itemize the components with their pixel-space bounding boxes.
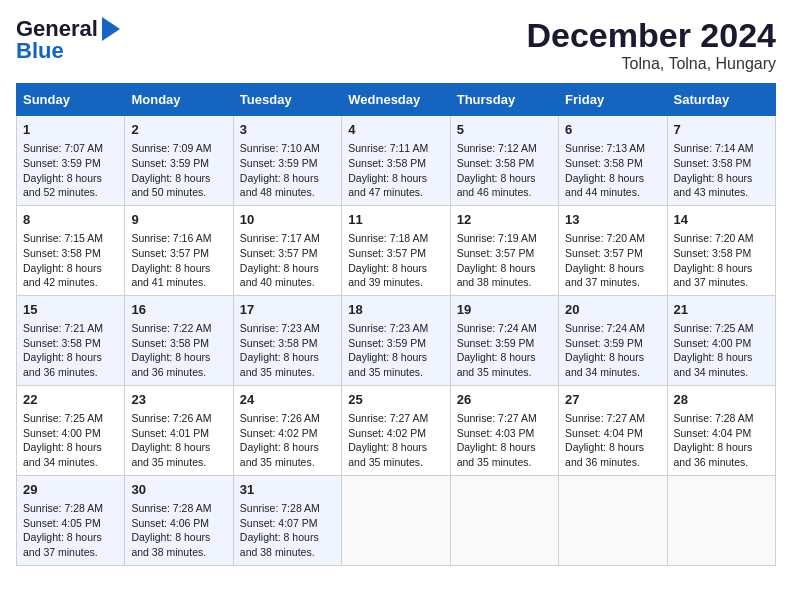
- day-info-line: Daylight: 8 hours: [131, 350, 226, 365]
- day-info-line: Daylight: 8 hours: [348, 261, 443, 276]
- day-info-line: Daylight: 8 hours: [674, 350, 769, 365]
- day-info-line: and 36 minutes.: [565, 455, 660, 470]
- calendar-cell: 12Sunrise: 7:19 AMSunset: 3:57 PMDayligh…: [450, 205, 558, 295]
- day-info-line: Daylight: 8 hours: [23, 171, 118, 186]
- day-info-line: Daylight: 8 hours: [131, 440, 226, 455]
- calendar-cell: [450, 475, 558, 565]
- title-section: December 2024 Tolna, Tolna, Hungary: [526, 16, 776, 73]
- day-info-line: Sunset: 3:58 PM: [457, 156, 552, 171]
- day-info-line: Daylight: 8 hours: [240, 440, 335, 455]
- day-info-line: and 42 minutes.: [23, 275, 118, 290]
- day-info-line: Daylight: 8 hours: [348, 350, 443, 365]
- day-info-line: Sunrise: 7:09 AM: [131, 141, 226, 156]
- day-info-line: and 36 minutes.: [23, 365, 118, 380]
- day-info-line: and 35 minutes.: [457, 455, 552, 470]
- day-info-line: Sunrise: 7:20 AM: [565, 231, 660, 246]
- day-info-line: Sunset: 3:57 PM: [348, 246, 443, 261]
- day-number: 1: [23, 121, 118, 139]
- day-info-line: Sunrise: 7:26 AM: [240, 411, 335, 426]
- day-number: 23: [131, 391, 226, 409]
- calendar-cell: 26Sunrise: 7:27 AMSunset: 4:03 PMDayligh…: [450, 385, 558, 475]
- day-info-line: Sunrise: 7:22 AM: [131, 321, 226, 336]
- calendar-header-row: SundayMondayTuesdayWednesdayThursdayFrid…: [17, 84, 776, 116]
- calendar-cell: 15Sunrise: 7:21 AMSunset: 3:58 PMDayligh…: [17, 295, 125, 385]
- day-info-line: Sunset: 4:03 PM: [457, 426, 552, 441]
- day-number: 22: [23, 391, 118, 409]
- day-info-line: Sunset: 3:59 PM: [131, 156, 226, 171]
- calendar-cell: 9Sunrise: 7:16 AMSunset: 3:57 PMDaylight…: [125, 205, 233, 295]
- calendar-subtitle: Tolna, Tolna, Hungary: [526, 55, 776, 73]
- day-info-line: Daylight: 8 hours: [23, 440, 118, 455]
- day-info-line: Daylight: 8 hours: [240, 171, 335, 186]
- day-info-line: Sunset: 3:58 PM: [348, 156, 443, 171]
- header-friday: Friday: [559, 84, 667, 116]
- day-info-line: Sunrise: 7:14 AM: [674, 141, 769, 156]
- day-number: 5: [457, 121, 552, 139]
- calendar-cell: [667, 475, 775, 565]
- day-info-line: and 38 minutes.: [457, 275, 552, 290]
- day-info-line: Sunset: 3:57 PM: [457, 246, 552, 261]
- day-info-line: Sunset: 4:01 PM: [131, 426, 226, 441]
- day-info-line: Sunset: 4:02 PM: [348, 426, 443, 441]
- day-info-line: Sunrise: 7:28 AM: [240, 501, 335, 516]
- day-number: 27: [565, 391, 660, 409]
- day-number: 19: [457, 301, 552, 319]
- calendar-cell: 3Sunrise: 7:10 AMSunset: 3:59 PMDaylight…: [233, 116, 341, 206]
- calendar-week-row: 8Sunrise: 7:15 AMSunset: 3:58 PMDaylight…: [17, 205, 776, 295]
- day-info-line: and 36 minutes.: [131, 365, 226, 380]
- day-info-line: and 38 minutes.: [131, 545, 226, 560]
- day-info-line: and 44 minutes.: [565, 185, 660, 200]
- day-info-line: Sunset: 3:57 PM: [240, 246, 335, 261]
- day-info-line: Daylight: 8 hours: [457, 261, 552, 276]
- day-info-line: Sunrise: 7:16 AM: [131, 231, 226, 246]
- calendar-cell: 20Sunrise: 7:24 AMSunset: 3:59 PMDayligh…: [559, 295, 667, 385]
- day-info-line: and 35 minutes.: [457, 365, 552, 380]
- day-number: 10: [240, 211, 335, 229]
- day-info-line: Sunrise: 7:26 AM: [131, 411, 226, 426]
- day-info-line: Daylight: 8 hours: [348, 440, 443, 455]
- day-info-line: and 35 minutes.: [348, 365, 443, 380]
- calendar-cell: 6Sunrise: 7:13 AMSunset: 3:58 PMDaylight…: [559, 116, 667, 206]
- day-info-line: and 40 minutes.: [240, 275, 335, 290]
- calendar-week-row: 15Sunrise: 7:21 AMSunset: 3:58 PMDayligh…: [17, 295, 776, 385]
- day-info-line: Sunrise: 7:25 AM: [23, 411, 118, 426]
- day-info-line: Sunset: 4:00 PM: [23, 426, 118, 441]
- day-number: 26: [457, 391, 552, 409]
- header-wednesday: Wednesday: [342, 84, 450, 116]
- calendar-week-row: 22Sunrise: 7:25 AMSunset: 4:00 PMDayligh…: [17, 385, 776, 475]
- day-number: 29: [23, 481, 118, 499]
- day-number: 18: [348, 301, 443, 319]
- day-info-line: Sunrise: 7:11 AM: [348, 141, 443, 156]
- day-number: 9: [131, 211, 226, 229]
- day-info-line: and 35 minutes.: [131, 455, 226, 470]
- calendar-cell: 24Sunrise: 7:26 AMSunset: 4:02 PMDayligh…: [233, 385, 341, 475]
- day-number: 30: [131, 481, 226, 499]
- day-info-line: Sunset: 4:02 PM: [240, 426, 335, 441]
- day-number: 17: [240, 301, 335, 319]
- day-number: 21: [674, 301, 769, 319]
- day-info-line: Sunset: 3:58 PM: [23, 246, 118, 261]
- day-number: 2: [131, 121, 226, 139]
- calendar-cell: 31Sunrise: 7:28 AMSunset: 4:07 PMDayligh…: [233, 475, 341, 565]
- day-info-line: Sunrise: 7:15 AM: [23, 231, 118, 246]
- calendar-cell: 25Sunrise: 7:27 AMSunset: 4:02 PMDayligh…: [342, 385, 450, 475]
- day-info-line: and 35 minutes.: [240, 365, 335, 380]
- day-info-line: Sunset: 3:57 PM: [565, 246, 660, 261]
- calendar-cell: 18Sunrise: 7:23 AMSunset: 3:59 PMDayligh…: [342, 295, 450, 385]
- day-info-line: Sunrise: 7:24 AM: [457, 321, 552, 336]
- day-info-line: Daylight: 8 hours: [565, 350, 660, 365]
- calendar-week-row: 29Sunrise: 7:28 AMSunset: 4:05 PMDayligh…: [17, 475, 776, 565]
- day-number: 31: [240, 481, 335, 499]
- day-info-line: and 48 minutes.: [240, 185, 335, 200]
- day-info-line: and 35 minutes.: [348, 455, 443, 470]
- day-number: 13: [565, 211, 660, 229]
- day-info-line: Sunset: 4:00 PM: [674, 336, 769, 351]
- day-info-line: Sunset: 3:58 PM: [674, 246, 769, 261]
- day-info-line: Sunset: 3:58 PM: [23, 336, 118, 351]
- day-info-line: Daylight: 8 hours: [240, 350, 335, 365]
- calendar-cell: 11Sunrise: 7:18 AMSunset: 3:57 PMDayligh…: [342, 205, 450, 295]
- day-info-line: and 43 minutes.: [674, 185, 769, 200]
- day-info-line: Daylight: 8 hours: [565, 171, 660, 186]
- day-info-line: Sunrise: 7:20 AM: [674, 231, 769, 246]
- day-info-line: Daylight: 8 hours: [131, 530, 226, 545]
